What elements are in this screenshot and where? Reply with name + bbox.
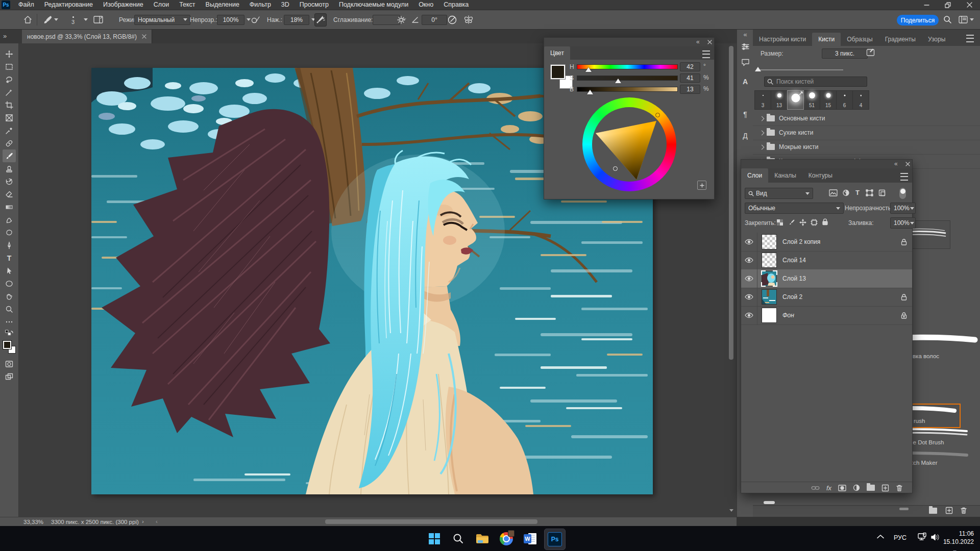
tab-channels[interactable]: Каналы	[768, 168, 802, 183]
screen-mode-button[interactable]	[3, 370, 16, 383]
recent-brush[interactable]: 6	[836, 90, 853, 110]
glyphs-panel-icon[interactable]: Д	[737, 132, 753, 140]
scroll-left-arrow[interactable]: ‹	[156, 518, 158, 524]
layer-visibility-toggle[interactable]	[741, 306, 757, 324]
tab-layers[interactable]: Слои	[741, 168, 768, 183]
healing-brush-tool[interactable]	[3, 137, 16, 149]
link-layers-icon[interactable]	[811, 485, 820, 491]
collapse-panels-icon[interactable]: «	[737, 31, 753, 38]
foreground-background-colors[interactable]	[3, 340, 16, 354]
character-panel-icon[interactable]: A	[737, 78, 753, 86]
volume-icon[interactable]	[931, 533, 941, 541]
collapse-panel-icon[interactable]: «	[894, 160, 898, 167]
color-panel-menu-icon[interactable]	[702, 51, 710, 58]
layer-visibility-toggle[interactable]	[741, 269, 757, 288]
menu-file[interactable]: Файл	[13, 0, 39, 10]
delete-brush-icon[interactable]	[960, 507, 967, 514]
frame-tool[interactable]	[3, 111, 16, 124]
layer-row-background[interactable]: Фон	[741, 306, 912, 325]
close-panel-icon[interactable]	[905, 162, 910, 166]
color-wheel[interactable]	[582, 97, 676, 191]
layer-name[interactable]: Слой 2	[782, 293, 901, 300]
eraser-tool[interactable]	[3, 188, 16, 201]
lock-transparency-icon[interactable]	[776, 219, 783, 228]
brush-folder-dry[interactable]: Сухие кисти	[753, 126, 980, 140]
tab-brush-settings[interactable]: Настройки кисти	[753, 33, 812, 46]
recent-brush[interactable]: 51	[803, 90, 820, 110]
add-mask-icon[interactable]	[838, 485, 846, 491]
search-icon[interactable]	[943, 10, 952, 29]
collapse-panel-icon[interactable]: «	[696, 38, 700, 45]
eyedropper-tool[interactable]	[3, 124, 16, 137]
ellipse-tool[interactable]	[3, 277, 16, 290]
layer-row[interactable]: Слой 14	[741, 251, 912, 270]
layer-filter-select[interactable]: Вид	[745, 188, 813, 199]
tab-brushes[interactable]: Кисти	[812, 33, 841, 46]
layer-style-icon[interactable]: fx	[826, 484, 831, 492]
tab-paths[interactable]: Контуры	[802, 168, 839, 183]
close-tab-icon[interactable]	[142, 34, 146, 39]
word-button[interactable]: W	[520, 529, 541, 549]
quick-mask-button[interactable]	[3, 358, 16, 370]
airbrush-toggle[interactable]	[314, 13, 327, 27]
filter-shape-layers-icon[interactable]	[866, 189, 873, 196]
filter-smart-objects-icon[interactable]	[878, 189, 886, 196]
recent-brush-selected[interactable]	[787, 90, 804, 110]
vertical-scrollbar[interactable]	[729, 46, 733, 514]
lock-pixels-icon[interactable]	[788, 219, 795, 226]
move-tool[interactable]	[3, 47, 16, 60]
zoom-tool[interactable]	[3, 303, 16, 315]
restore-button[interactable]	[937, 0, 959, 10]
menu-type[interactable]: Текст	[174, 0, 200, 10]
menu-plugins[interactable]: Подключаемые модули	[334, 0, 413, 10]
hue-slider-thumb[interactable]	[585, 67, 592, 72]
brush-settings-panel-icon[interactable]	[737, 43, 753, 51]
brightness-slider-thumb[interactable]	[587, 90, 593, 94]
opacity-pressure-icon[interactable]	[251, 10, 260, 29]
brightness-value-field[interactable]: 13	[680, 85, 700, 94]
blend-mode-select[interactable]: Обычные	[745, 203, 844, 214]
vertical-scrollbar-thumb[interactable]	[729, 46, 733, 360]
network-icon[interactable]	[918, 533, 928, 542]
start-button[interactable]	[424, 529, 445, 549]
brush-tool-preset[interactable]	[43, 10, 58, 29]
comments-panel-icon[interactable]	[737, 58, 753, 66]
menu-layers[interactable]: Слои	[149, 0, 174, 10]
layer-row[interactable]: Слой 2 копия	[741, 233, 912, 252]
lock-position-icon[interactable]	[799, 219, 806, 226]
layer-thumbnail[interactable]	[762, 234, 777, 249]
saturation-slider-thumb[interactable]	[615, 79, 621, 83]
file-explorer-button[interactable]	[472, 529, 493, 549]
brush-size-preview[interactable]: 3	[71, 10, 75, 29]
chrome-button[interactable]	[496, 529, 517, 549]
paragraph-panel-icon[interactable]: ¶	[737, 110, 753, 118]
paint-symmetry-icon[interactable]	[463, 10, 474, 29]
angle-field[interactable]: 0°	[422, 10, 447, 29]
recent-brush[interactable]: 15	[820, 90, 837, 110]
tab-color[interactable]: Цвет	[544, 46, 570, 60]
share-button[interactable]: Поделиться	[897, 15, 939, 26]
filter-type-layers-icon[interactable]: T	[855, 189, 860, 196]
tray-expand-chevron[interactable]	[877, 534, 884, 539]
delete-layer-icon[interactable]	[896, 484, 903, 492]
add-adjustment-icon[interactable]	[853, 484, 860, 491]
new-brush-icon[interactable]	[945, 507, 953, 514]
layer-name[interactable]: Слой 14	[782, 257, 912, 264]
type-tool[interactable]: T	[3, 252, 16, 264]
brush-size-field[interactable]: 3 пикс.	[822, 48, 868, 59]
size-pressure-icon[interactable]	[448, 10, 458, 29]
opacity-select[interactable]: 100%	[217, 10, 251, 29]
minimize-button[interactable]	[916, 0, 937, 10]
blend-mode-select[interactable]: Нормальный	[134, 10, 187, 29]
crop-tool[interactable]	[3, 98, 16, 111]
recent-brush[interactable]: 13	[771, 90, 788, 110]
smoothing-gear-icon[interactable]	[397, 10, 405, 29]
layer-row[interactable]: Слой 2	[741, 288, 912, 307]
brush-size-slider[interactable]	[757, 69, 843, 70]
menu-edit[interactable]: Редактирование	[39, 0, 98, 10]
filter-adjustment-layers-icon[interactable]	[842, 189, 850, 196]
clone-stamp-tool[interactable]	[3, 162, 16, 175]
brush-tool[interactable]	[3, 149, 16, 162]
menu-select[interactable]: Выделение	[201, 0, 244, 10]
recent-brush[interactable]: 4	[852, 90, 869, 110]
